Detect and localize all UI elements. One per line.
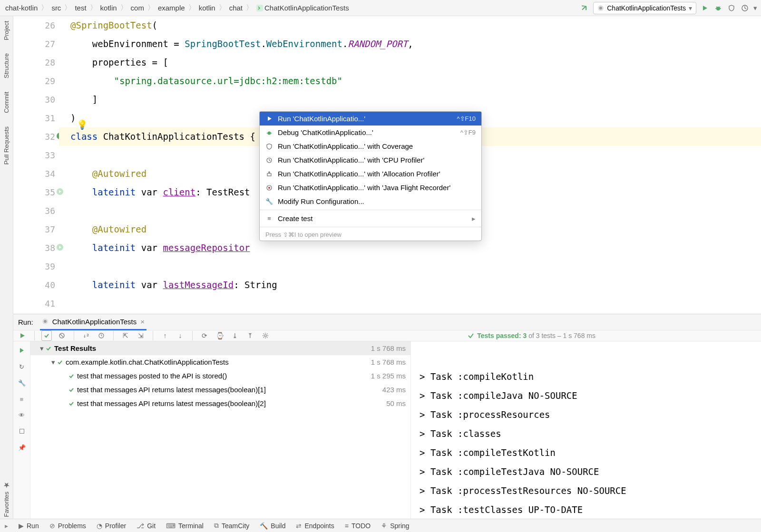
sort-dur-icon[interactable] bbox=[96, 330, 107, 341]
line-number[interactable]: 32 bbox=[13, 127, 55, 146]
build-icon[interactable] bbox=[580, 3, 589, 13]
sb-problems[interactable]: ⊘Problems bbox=[49, 522, 86, 530]
ctx-menu-item[interactable]: Run 'ChatKotlinApplicatio...' with 'CPU … bbox=[260, 153, 481, 167]
line-number[interactable]: 41 bbox=[13, 294, 55, 313]
watch-icon[interactable]: 👁 bbox=[17, 410, 27, 420]
console[interactable]: > Task :compileKotlin > Task :compileJav… bbox=[411, 341, 761, 526]
tool-favorites[interactable]: Favorites ★ bbox=[1, 479, 12, 519]
ctx-menu-item[interactable]: 🔧Modify Run Configuration... bbox=[260, 194, 481, 208]
breadcrumb-item[interactable]: example bbox=[156, 3, 186, 13]
sort-alpha-icon[interactable]: ↓ª bbox=[81, 330, 91, 341]
breadcrumb-item[interactable]: chat-kotlin bbox=[4, 3, 39, 13]
code-line[interactable]: lateinit var lastMessageId: String bbox=[59, 276, 761, 294]
gear-icon[interactable] bbox=[260, 330, 271, 341]
breadcrumb-item[interactable]: src bbox=[50, 3, 62, 13]
code-line[interactable]: ] bbox=[59, 90, 761, 109]
code-line[interactable]: properties = [ bbox=[59, 53, 761, 72]
sb-profiler[interactable]: ◔Profiler bbox=[97, 522, 126, 530]
chevron-down-icon[interactable]: ▾ bbox=[753, 4, 757, 12]
tree-row[interactable]: ▾com.example.kotlin.chat.ChatKotlinAppli… bbox=[30, 355, 410, 369]
ctx-menu-item[interactable]: Run 'ChatKotlinApplicatio...'^⇧F10 bbox=[260, 112, 481, 126]
collapse-all-icon[interactable]: ⇲ bbox=[136, 330, 146, 341]
stop-icon[interactable]: ■ bbox=[17, 394, 27, 404]
line-number[interactable]: 40 bbox=[13, 276, 55, 294]
ctx-menu-item[interactable]: Run 'ChatKotlinApplicatio...' with 'Java… bbox=[260, 181, 481, 194]
tool-structure[interactable]: Structure bbox=[2, 51, 11, 80]
breadcrumb-item[interactable]: kotlin bbox=[197, 3, 217, 13]
sb-run[interactable]: ▶Run bbox=[19, 522, 39, 530]
tree-row[interactable]: test that messages API returns latest me… bbox=[30, 397, 410, 410]
code-line[interactable]: "spring.datasource.url=jdbc:h2:mem:testd… bbox=[59, 72, 761, 90]
svg-point-12 bbox=[268, 131, 271, 135]
tree-row[interactable]: test that messages API returns latest me… bbox=[30, 383, 410, 397]
twisty-icon[interactable]: ▾ bbox=[38, 344, 46, 353]
sb-teamcity[interactable]: ⧉TeamCity bbox=[214, 522, 249, 530]
line-number[interactable]: 30 bbox=[13, 90, 55, 109]
tool-pull-requests[interactable]: Pull Requests bbox=[2, 125, 11, 166]
import-icon[interactable]: ⤓ bbox=[230, 330, 240, 341]
sb-git[interactable]: ⎇Git bbox=[137, 522, 156, 530]
intention-bulb-icon[interactable]: 💡 bbox=[77, 116, 88, 134]
down-icon[interactable]: ↓ bbox=[175, 330, 185, 341]
ctx-create-test[interactable]: ≡Create test▸ bbox=[260, 212, 481, 225]
block-icon[interactable] bbox=[57, 330, 67, 341]
layout-icon[interactable] bbox=[17, 426, 27, 436]
pin-icon[interactable]: 📌 bbox=[17, 442, 27, 453]
line-number[interactable]: 29 bbox=[13, 72, 55, 90]
sb-spring[interactable]: ⚘Spring bbox=[381, 522, 409, 530]
line-number[interactable]: 34 bbox=[13, 164, 55, 183]
line-number[interactable]: 38 bbox=[13, 239, 55, 257]
close-icon[interactable]: × bbox=[140, 318, 145, 326]
breadcrumb-item[interactable]: kotlin bbox=[99, 3, 118, 13]
run-icon[interactable] bbox=[700, 3, 710, 13]
code-line[interactable]: webEnvironment = SpringBootTest.WebEnvir… bbox=[59, 35, 761, 53]
up-icon[interactable]: ↑ bbox=[160, 330, 170, 341]
sb-todo[interactable]: ≡TODO bbox=[345, 522, 371, 530]
tree-row[interactable]: test that messages posted to the API is … bbox=[30, 369, 410, 383]
coverage-icon[interactable] bbox=[727, 3, 736, 13]
debug-icon[interactable] bbox=[713, 3, 723, 13]
line-number[interactable]: 36 bbox=[13, 202, 55, 220]
rerun-icon[interactable]: ⟳ bbox=[199, 330, 210, 341]
code-line[interactable]: lateinit var messageRepositor bbox=[59, 239, 761, 257]
chevron-icon[interactable]: ▸ bbox=[5, 522, 8, 530]
line-number[interactable]: 28 bbox=[13, 53, 55, 72]
line-number[interactable]: 33 bbox=[13, 146, 55, 164]
breadcrumb-item[interactable]: ChatKotlinApplicationTests bbox=[255, 3, 351, 13]
code-line[interactable]: @SpringBootTest( bbox=[59, 16, 761, 35]
sb-terminal[interactable]: ⌨Terminal bbox=[166, 522, 204, 530]
line-number[interactable]: 35 bbox=[13, 183, 55, 202]
ctx-menu-item[interactable]: Run 'ChatKotlinApplicatio...' with Cover… bbox=[260, 139, 481, 153]
line-number[interactable]: 31 bbox=[13, 109, 55, 127]
run-tab-active[interactable]: ChatKotlinApplicationTests × bbox=[40, 314, 146, 330]
line-number[interactable]: 39 bbox=[13, 257, 55, 276]
line-number[interactable]: 37 bbox=[13, 220, 55, 239]
tree-row[interactable]: ▾Test Results1 s 768 ms bbox=[30, 341, 410, 355]
line-number[interactable]: 26 bbox=[13, 16, 55, 35]
tool-project[interactable]: Project bbox=[2, 19, 11, 42]
wrench-icon[interactable]: 🔧 bbox=[17, 377, 27, 388]
breadcrumb-item[interactable]: com bbox=[129, 3, 146, 13]
line-number[interactable]: 27 bbox=[13, 35, 55, 53]
history-icon[interactable]: ⌚ bbox=[215, 330, 225, 341]
rerun-tests-icon[interactable] bbox=[17, 345, 27, 356]
sb-build[interactable]: 🔨Build bbox=[260, 522, 285, 530]
breadcrumb-item[interactable]: chat bbox=[228, 3, 244, 13]
rerun-failed-icon[interactable]: ↻ bbox=[17, 361, 27, 372]
ctx-menu-item[interactable]: Debug 'ChatKotlinApplicatio...'^⇧F9 bbox=[260, 126, 481, 139]
check-icon bbox=[468, 332, 474, 339]
profiler-icon[interactable] bbox=[740, 3, 750, 13]
code-line[interactable] bbox=[59, 257, 761, 276]
run-icon[interactable] bbox=[17, 330, 28, 341]
check-toggle-icon[interactable] bbox=[41, 330, 52, 341]
breadcrumb-item[interactable]: test bbox=[73, 3, 88, 13]
sb-endpoints[interactable]: ⇄Endpoints bbox=[296, 522, 334, 530]
tool-commit[interactable]: Commit bbox=[2, 90, 11, 115]
export-icon[interactable]: ⤒ bbox=[245, 330, 255, 341]
run-config-dropdown[interactable]: ChatKotlinApplicationTests ▾ bbox=[593, 2, 696, 14]
ctx-menu-item[interactable]: Run 'ChatKotlinApplicatio...' with 'Allo… bbox=[260, 167, 481, 181]
twisty-icon[interactable]: ▾ bbox=[49, 358, 57, 367]
code-line[interactable] bbox=[59, 294, 761, 313]
expand-all-icon[interactable]: ⇱ bbox=[120, 330, 131, 341]
test-tree[interactable]: ▾Test Results1 s 768 ms▾com.example.kotl… bbox=[30, 341, 411, 526]
